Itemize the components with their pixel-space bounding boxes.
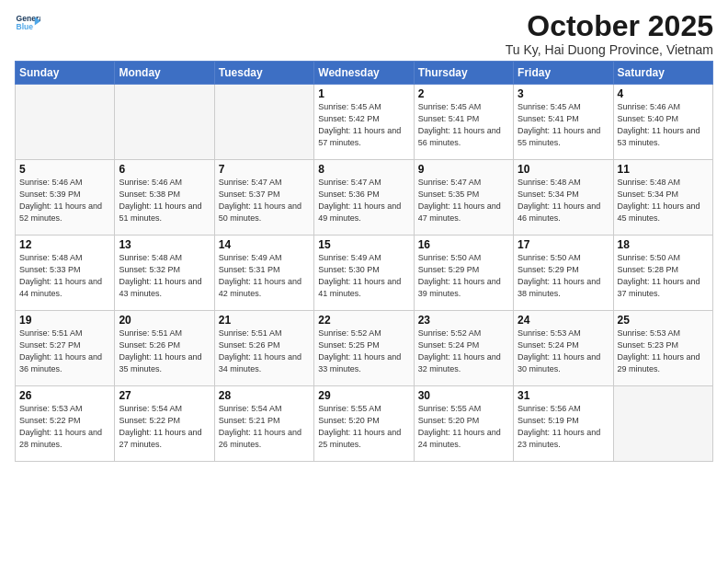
day-cell: 22Sunrise: 5:52 AMSunset: 5:25 PMDayligh…	[314, 311, 414, 386]
day-number: 24	[518, 314, 609, 327]
subtitle: Tu Ky, Hai Duong Province, Vietnam	[506, 42, 713, 57]
col-friday: Friday	[514, 62, 613, 85]
day-cell	[115, 85, 214, 160]
month-title: October 2025	[506, 11, 713, 40]
day-info: Sunrise: 5:46 AMSunset: 5:38 PMDaylight:…	[119, 177, 210, 224]
col-sunday: Sunday	[16, 62, 115, 85]
day-cell: 28Sunrise: 5:54 AMSunset: 5:21 PMDayligh…	[214, 386, 313, 462]
day-number: 13	[119, 238, 210, 251]
day-number: 29	[318, 389, 409, 402]
day-cell: 3Sunrise: 5:45 AMSunset: 5:41 PMDaylight…	[514, 85, 613, 160]
day-cell: 30Sunrise: 5:55 AMSunset: 5:20 PMDayligh…	[414, 386, 513, 462]
day-cell: 23Sunrise: 5:52 AMSunset: 5:24 PMDayligh…	[414, 311, 513, 386]
day-info: Sunrise: 5:54 AMSunset: 5:22 PMDaylight:…	[119, 403, 210, 451]
day-cell	[16, 85, 115, 160]
day-cell: 5Sunrise: 5:46 AMSunset: 5:39 PMDaylight…	[16, 160, 115, 236]
day-number: 12	[19, 238, 110, 251]
day-cell: 19Sunrise: 5:51 AMSunset: 5:27 PMDayligh…	[16, 311, 115, 386]
day-info: Sunrise: 5:53 AMSunset: 5:23 PMDaylight:…	[618, 327, 709, 375]
day-cell: 12Sunrise: 5:48 AMSunset: 5:33 PMDayligh…	[16, 236, 115, 311]
day-cell: 26Sunrise: 5:53 AMSunset: 5:22 PMDayligh…	[16, 386, 115, 462]
day-number: 1	[318, 87, 409, 100]
day-info: Sunrise: 5:48 AMSunset: 5:32 PMDaylight:…	[119, 252, 210, 300]
day-cell: 31Sunrise: 5:56 AMSunset: 5:19 PMDayligh…	[514, 386, 613, 462]
day-cell: 18Sunrise: 5:50 AMSunset: 5:28 PMDayligh…	[613, 236, 712, 311]
day-info: Sunrise: 5:55 AMSunset: 5:20 PMDaylight:…	[418, 403, 509, 451]
day-number: 21	[219, 314, 310, 327]
day-cell	[613, 386, 712, 462]
week-row-4: 19Sunrise: 5:51 AMSunset: 5:27 PMDayligh…	[16, 311, 713, 386]
svg-text:Blue: Blue	[17, 22, 34, 31]
day-info: Sunrise: 5:52 AMSunset: 5:24 PMDaylight:…	[418, 327, 509, 375]
day-info: Sunrise: 5:49 AMSunset: 5:30 PMDaylight:…	[318, 252, 409, 300]
calendar-table: Sunday Monday Tuesday Wednesday Thursday…	[15, 61, 713, 462]
day-info: Sunrise: 5:51 AMSunset: 5:26 PMDaylight:…	[119, 327, 210, 375]
day-cell: 17Sunrise: 5:50 AMSunset: 5:29 PMDayligh…	[514, 236, 613, 311]
day-info: Sunrise: 5:46 AMSunset: 5:39 PMDaylight:…	[19, 177, 110, 224]
day-info: Sunrise: 5:54 AMSunset: 5:21 PMDaylight:…	[219, 403, 310, 451]
day-number: 31	[518, 389, 609, 402]
header-row: Sunday Monday Tuesday Wednesday Thursday…	[16, 62, 713, 85]
day-number: 2	[418, 87, 509, 100]
col-tuesday: Tuesday	[214, 62, 313, 85]
day-cell: 9Sunrise: 5:47 AMSunset: 5:35 PMDaylight…	[414, 160, 513, 236]
day-number: 20	[119, 314, 210, 327]
day-number: 23	[418, 314, 509, 327]
day-cell: 27Sunrise: 5:54 AMSunset: 5:22 PMDayligh…	[115, 386, 214, 462]
day-cell: 6Sunrise: 5:46 AMSunset: 5:38 PMDaylight…	[115, 160, 214, 236]
day-number: 11	[618, 163, 709, 176]
day-info: Sunrise: 5:45 AMSunset: 5:41 PMDaylight:…	[418, 101, 509, 149]
day-number: 16	[418, 238, 509, 251]
day-number: 9	[418, 163, 509, 176]
day-cell: 25Sunrise: 5:53 AMSunset: 5:23 PMDayligh…	[613, 311, 712, 386]
day-number: 26	[19, 389, 110, 402]
header: General Blue October 2025 Tu Ky, Hai Duo…	[15, 11, 713, 57]
day-cell: 20Sunrise: 5:51 AMSunset: 5:26 PMDayligh…	[115, 311, 214, 386]
day-info: Sunrise: 5:50 AMSunset: 5:29 PMDaylight:…	[418, 252, 509, 300]
day-cell: 16Sunrise: 5:50 AMSunset: 5:29 PMDayligh…	[414, 236, 513, 311]
col-monday: Monday	[115, 62, 214, 85]
day-cell: 1Sunrise: 5:45 AMSunset: 5:42 PMDaylight…	[314, 85, 414, 160]
day-number: 15	[318, 238, 409, 251]
day-info: Sunrise: 5:55 AMSunset: 5:20 PMDaylight:…	[318, 403, 409, 451]
day-number: 17	[518, 238, 609, 251]
day-info: Sunrise: 5:47 AMSunset: 5:35 PMDaylight:…	[418, 177, 509, 224]
day-cell: 11Sunrise: 5:48 AMSunset: 5:34 PMDayligh…	[613, 160, 712, 236]
day-cell: 24Sunrise: 5:53 AMSunset: 5:24 PMDayligh…	[514, 311, 613, 386]
day-cell: 4Sunrise: 5:46 AMSunset: 5:40 PMDaylight…	[613, 85, 712, 160]
week-row-2: 5Sunrise: 5:46 AMSunset: 5:39 PMDaylight…	[16, 160, 713, 236]
day-cell: 13Sunrise: 5:48 AMSunset: 5:32 PMDayligh…	[115, 236, 214, 311]
day-cell: 14Sunrise: 5:49 AMSunset: 5:31 PMDayligh…	[214, 236, 313, 311]
day-info: Sunrise: 5:45 AMSunset: 5:42 PMDaylight:…	[318, 101, 409, 149]
week-row-5: 26Sunrise: 5:53 AMSunset: 5:22 PMDayligh…	[16, 386, 713, 462]
day-number: 22	[318, 314, 409, 327]
day-number: 8	[318, 163, 409, 176]
day-number: 27	[119, 389, 210, 402]
day-number: 28	[219, 389, 310, 402]
day-info: Sunrise: 5:50 AMSunset: 5:28 PMDaylight:…	[618, 252, 709, 300]
day-info: Sunrise: 5:48 AMSunset: 5:34 PMDaylight:…	[618, 177, 709, 224]
col-wednesday: Wednesday	[314, 62, 414, 85]
logo-icon: General Blue	[15, 11, 40, 37]
day-number: 18	[618, 238, 709, 251]
day-info: Sunrise: 5:49 AMSunset: 5:31 PMDaylight:…	[219, 252, 310, 300]
day-cell: 7Sunrise: 5:47 AMSunset: 5:37 PMDaylight…	[214, 160, 313, 236]
day-number: 3	[518, 87, 609, 100]
day-number: 14	[219, 238, 310, 251]
day-number: 7	[219, 163, 310, 176]
day-number: 5	[19, 163, 110, 176]
day-info: Sunrise: 5:47 AMSunset: 5:36 PMDaylight:…	[318, 177, 409, 224]
title-block: October 2025 Tu Ky, Hai Duong Province, …	[506, 11, 713, 57]
week-row-1: 1Sunrise: 5:45 AMSunset: 5:42 PMDaylight…	[16, 85, 713, 160]
day-info: Sunrise: 5:50 AMSunset: 5:29 PMDaylight:…	[518, 252, 609, 300]
day-info: Sunrise: 5:46 AMSunset: 5:40 PMDaylight:…	[618, 101, 709, 149]
week-row-3: 12Sunrise: 5:48 AMSunset: 5:33 PMDayligh…	[16, 236, 713, 311]
day-cell: 29Sunrise: 5:55 AMSunset: 5:20 PMDayligh…	[314, 386, 414, 462]
day-info: Sunrise: 5:47 AMSunset: 5:37 PMDaylight:…	[219, 177, 310, 224]
day-info: Sunrise: 5:56 AMSunset: 5:19 PMDaylight:…	[518, 403, 609, 451]
day-cell	[214, 85, 313, 160]
col-saturday: Saturday	[613, 62, 712, 85]
day-number: 4	[618, 87, 709, 100]
day-cell: 2Sunrise: 5:45 AMSunset: 5:41 PMDaylight…	[414, 85, 513, 160]
day-number: 30	[418, 389, 509, 402]
